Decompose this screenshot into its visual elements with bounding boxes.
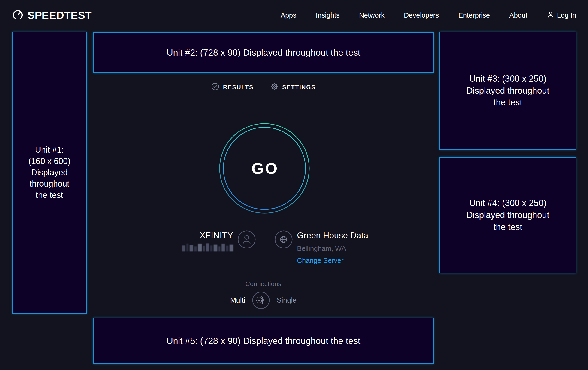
nav-item-apps[interactable]: Apps [281, 11, 296, 19]
tab-results-label: RESULTS [223, 84, 253, 91]
trademark-mark: ™ [92, 10, 96, 13]
nav-item-network[interactable]: Network [359, 11, 385, 19]
tab-settings[interactable]: SETTINGS [270, 82, 316, 92]
user-avatar-icon [237, 230, 256, 249]
speedtest-logo[interactable]: SPEEDTEST™ [12, 9, 96, 22]
ad-unit-2-leaderboard: Unit #2: (728 x 90) Displayed throughout… [93, 32, 434, 73]
gear-icon [270, 82, 279, 92]
tabs-row: RESULTS SETTINGS [93, 82, 434, 92]
nav-item-developers[interactable]: Developers [404, 11, 439, 19]
logo-wordmark: SPEEDTEST™ [28, 9, 96, 21]
connections-label: Connections [93, 280, 434, 288]
isp-name: XFINITY [173, 231, 233, 240]
tab-settings-label: SETTINGS [282, 84, 316, 91]
ad-unit-4-rectangle: Unit #4: (300 x 250) Displayed throughou… [440, 157, 576, 273]
login-button[interactable]: Log In [547, 11, 576, 20]
go-label: GO [219, 123, 310, 214]
check-circle-icon [211, 82, 220, 92]
connections-toggle-button[interactable] [252, 291, 270, 310]
server-location: Bellingham, WA [297, 245, 346, 252]
nav-item-enterprise[interactable]: Enterprise [458, 11, 490, 19]
tab-results[interactable]: RESULTS [211, 82, 253, 92]
nav-item-about[interactable]: About [509, 11, 527, 19]
nav-item-insights[interactable]: Insights [316, 11, 339, 19]
connections-row: Multi Single [93, 291, 434, 310]
login-label: Log In [557, 11, 576, 19]
redacted-ip-address [182, 243, 233, 251]
ad-unit-5-leaderboard: Unit #5: (728 x 90) Displayed throughout… [93, 318, 434, 364]
speedometer-gauge-icon [12, 9, 24, 22]
nav-menu: Apps Insights Network Developers Enterpr… [281, 11, 527, 19]
globe-icon [274, 230, 293, 249]
speedtest-page: SPEEDTEST™ Apps Insights Network Develop… [0, 0, 588, 370]
top-nav: SPEEDTEST™ Apps Insights Network Develop… [12, 0, 576, 30]
change-server-link[interactable]: Change Server [297, 257, 344, 264]
server-name: Green House Data [297, 231, 368, 240]
ad-unit-1-skyscraper: Unit #1: (160 x 600) Displayed throughou… [12, 32, 87, 314]
user-silhouette-icon [547, 11, 554, 20]
connections-single-option[interactable]: Single [277, 296, 296, 304]
connections-multi-option[interactable]: Multi [230, 296, 245, 304]
ad-unit-3-rectangle: Unit #3: (300 x 250) Displayed throughou… [440, 32, 576, 150]
go-button[interactable]: GO [219, 123, 310, 214]
